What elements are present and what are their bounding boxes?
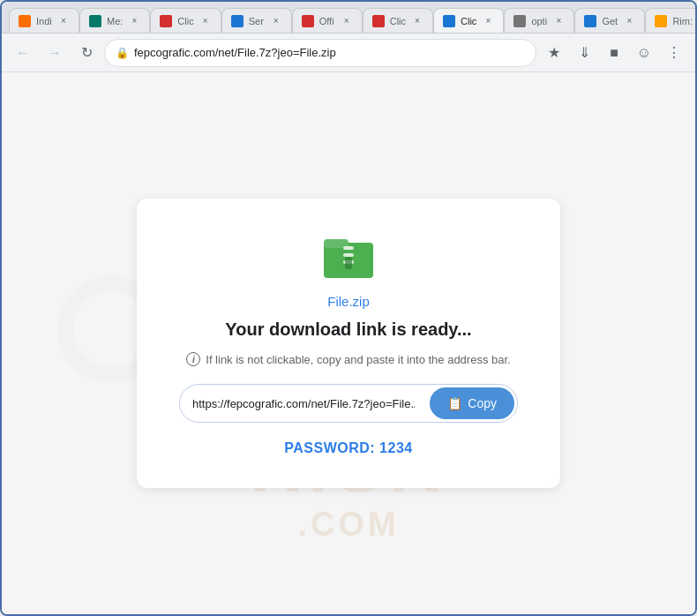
url-input[interactable] [180, 388, 427, 419]
tab-title-tab3: Clic [177, 16, 193, 26]
tab-title-tab5: Offi [319, 16, 335, 26]
info-row: i If link is not clickable, copy and pas… [186, 352, 510, 366]
menu-button[interactable]: ⋮ [660, 39, 688, 67]
tab-title-tab10: Rim: [672, 16, 693, 26]
tab-favicon-tab5 [302, 15, 314, 27]
tab-title-tab7: Clic [461, 16, 476, 26]
tab-title-tab2: Me: [107, 16, 123, 26]
tab-tab4[interactable]: Ser× [221, 8, 292, 33]
title-bar: Indi×Me:×Clic×Ser×Offi×Clic×Clic×opti×Ge… [2, 2, 695, 34]
tab-title-tab6: Clic [390, 16, 406, 26]
zip-file-icon [320, 227, 377, 283]
toolbar: ← → ↻ 🔒 fepcografic.com/net/File.7z?jeo=… [2, 34, 695, 72]
back-button[interactable]: ← [9, 39, 37, 67]
download-card: File.zip Your download link is ready... … [137, 199, 560, 488]
tab-close-tab3[interactable]: × [199, 15, 212, 27]
tab-favicon-tab3 [160, 15, 172, 27]
tab-title-tab1: Indi [36, 16, 52, 26]
svg-rect-7 [345, 257, 352, 269]
tab-close-tab8[interactable]: × [552, 15, 565, 27]
copy-label: Copy [468, 396, 497, 410]
tab-favicon-tab8 [513, 15, 526, 27]
tab-favicon-tab6 [372, 15, 385, 27]
svg-rect-4 [343, 246, 354, 250]
tab-favicon-tab7 [443, 15, 455, 27]
address-text: fepcografic.com/net/File.7z?jeo=File.zip [134, 46, 525, 59]
tab-close-tab1[interactable]: × [57, 15, 70, 27]
svg-rect-5 [343, 253, 354, 257]
tab-close-tab4[interactable]: × [270, 15, 282, 27]
profile-button[interactable]: ☺ [630, 39, 658, 67]
info-text: If link is not clickable, copy and paste… [206, 353, 510, 366]
extensions-button[interactable]: ■ [600, 39, 628, 67]
tab-favicon-tab9 [584, 15, 596, 27]
tab-tab8[interactable]: opti× [504, 8, 574, 33]
tab-tab3[interactable]: Clic× [150, 8, 221, 33]
tab-close-tab6[interactable]: × [411, 15, 423, 27]
tab-title-tab4: Ser [249, 16, 265, 26]
download-button[interactable]: ⇓ [570, 39, 598, 67]
tab-tab2[interactable]: Me:× [79, 8, 150, 33]
ready-title: Your download link is ready... [225, 319, 471, 340]
copy-button[interactable]: 📋 Copy [430, 387, 514, 419]
tab-tab5[interactable]: Offi× [292, 8, 363, 33]
tab-favicon-tab10 [655, 15, 667, 27]
tab-favicon-tab1 [19, 15, 31, 27]
password-row: PASSWORD: 1234 [284, 440, 412, 456]
reload-button[interactable]: ↻ [72, 39, 101, 67]
tab-tab10[interactable]: Rim:× [645, 8, 697, 33]
tab-tab6[interactable]: Clic× [363, 8, 433, 33]
tab-title-tab8: opti [531, 16, 547, 26]
tab-favicon-tab4 [231, 15, 244, 27]
tabs-area: Indi×Me:×Clic×Ser×Offi×Clic×Clic×opti×Ge… [9, 2, 697, 33]
copy-icon: 📋 [447, 396, 462, 410]
address-bar[interactable]: 🔒 fepcografic.com/net/File.7z?jeo=File.z… [104, 39, 536, 67]
bookmark-button[interactable]: ★ [540, 39, 568, 67]
tab-close-tab2[interactable]: × [128, 15, 140, 27]
tab-tab7[interactable]: Clic× [433, 8, 504, 33]
info-icon: i [186, 352, 200, 366]
tab-close-tab9[interactable]: × [623, 15, 635, 27]
page-content: RISK .COM File.zip Your do [2, 72, 695, 614]
tab-tab1[interactable]: Indi× [9, 8, 79, 33]
browser-window: Indi×Me:×Clic×Ser×Offi×Clic×Clic×opti×Ge… [0, 0, 697, 616]
tab-close-tab7[interactable]: × [482, 15, 494, 27]
file-name: File.zip [327, 294, 370, 309]
file-icon-container [320, 227, 377, 283]
tab-favicon-tab2 [89, 15, 101, 27]
toolbar-actions: ★ ⇓ ■ ☺ ⋮ [540, 39, 688, 67]
forward-button[interactable]: → [41, 39, 69, 67]
tab-close-tab5[interactable]: × [341, 15, 353, 27]
tab-title-tab9: Get [602, 16, 618, 26]
watermark-text-line2: .COM [2, 506, 695, 544]
lock-icon: 🔒 [116, 47, 129, 59]
url-row: 📋 Copy [179, 384, 518, 423]
tab-tab9[interactable]: Get× [574, 8, 645, 33]
